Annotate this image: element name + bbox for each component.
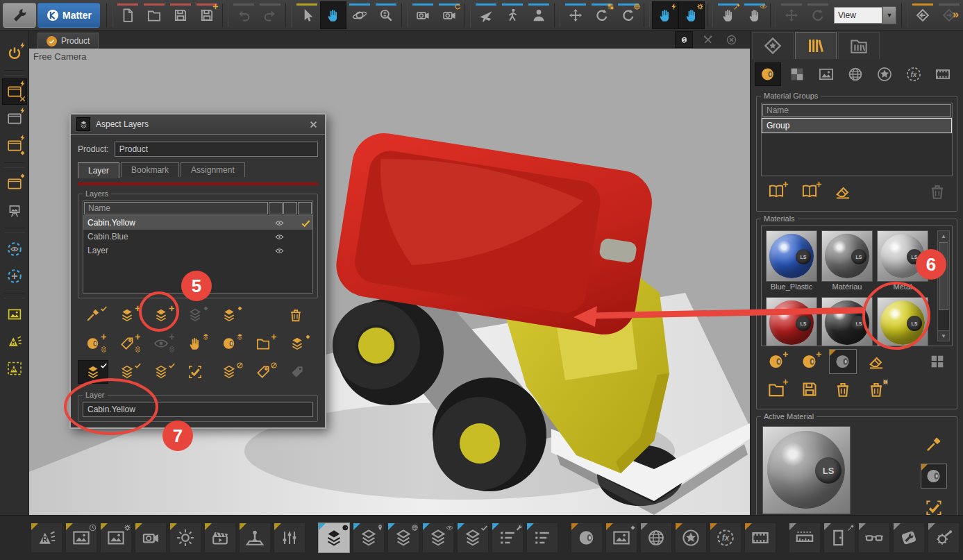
frame-selection-button[interactable]	[2, 171, 27, 197]
render-image-button[interactable]	[2, 328, 27, 355]
viewport-tools-button[interactable]	[698, 31, 717, 48]
visibility-layers-button[interactable]	[422, 523, 454, 553]
layer-row[interactable]: Cabin.Yellow	[83, 216, 312, 230]
add-view-button[interactable]	[2, 263, 27, 289]
materials-category-button[interactable]	[755, 62, 781, 86]
validation-layers-button[interactable]	[457, 523, 489, 553]
filmstrips-category-button[interactable]	[930, 62, 956, 86]
link-views-button[interactable]	[675, 31, 693, 48]
textures-category-button[interactable]	[784, 62, 810, 86]
new-layer-above-button[interactable]	[112, 303, 142, 327]
dialog-titlebar[interactable]: Aspect Layers	[71, 114, 325, 135]
render-region-button[interactable]	[2, 355, 27, 382]
hand-visibility-button[interactable]	[742, 1, 768, 29]
delete-layer-button[interactable]	[280, 303, 311, 327]
add-interaction-layer-button[interactable]	[180, 332, 210, 355]
active-material-thumbnail[interactable]: LS	[762, 426, 851, 514]
task-list-button[interactable]	[526, 523, 558, 553]
add-sphere-layer-button[interactable]	[214, 332, 244, 355]
groups-name-header[interactable]: Name	[762, 104, 951, 117]
merge-layers-button[interactable]	[180, 303, 210, 327]
image-processing-button[interactable]	[100, 523, 132, 553]
dialog-tab-bookmark[interactable]: Bookmark	[121, 162, 179, 177]
presentation-button[interactable]	[2, 198, 27, 224]
avatar-mode-button[interactable]	[526, 1, 552, 29]
apply-layer-alt-button[interactable]	[112, 360, 142, 384]
select-tool-button[interactable]	[294, 1, 320, 29]
add-visibility-layer-button[interactable]	[146, 332, 176, 355]
material-item[interactable]: LS	[766, 297, 817, 346]
active-column-header[interactable]	[298, 202, 312, 214]
apply-layer-button[interactable]	[78, 360, 108, 384]
layer-active-cell[interactable]	[299, 218, 312, 228]
aspect-layers-button[interactable]	[318, 523, 350, 553]
toolbar-overflow-chevron[interactable]: »	[953, 8, 959, 21]
new-file-button[interactable]	[115, 1, 141, 29]
preferences-button[interactable]	[893, 523, 925, 553]
redo-button[interactable]	[257, 1, 283, 29]
add-group-button[interactable]	[762, 179, 790, 204]
render-window-button[interactable]	[2, 105, 27, 132]
isolate-view-button[interactable]	[2, 236, 27, 262]
pick-material-button[interactable]	[921, 432, 947, 457]
scroll-down-arrow[interactable]: ▼	[938, 330, 949, 341]
effects-editor-button[interactable]	[675, 523, 707, 553]
environment-editor-button[interactable]	[640, 523, 672, 553]
visibility-column-header[interactable]	[269, 202, 283, 214]
move-object-button[interactable]	[778, 1, 805, 29]
thumbnail-view-button[interactable]	[923, 349, 951, 374]
navigation-settings-button[interactable]	[239, 523, 271, 553]
zoom-tool-button[interactable]	[373, 1, 399, 29]
environments-category-button[interactable]	[842, 62, 869, 86]
system-settings-button[interactable]	[928, 523, 960, 553]
hand-transform-button[interactable]	[652, 1, 678, 29]
pan-view-button[interactable]	[562, 1, 589, 29]
lock-column-header[interactable]	[283, 202, 297, 214]
matter-app-button[interactable]: Matter	[37, 3, 100, 28]
layer-row[interactable]: Cabin.Blue	[83, 230, 312, 244]
undo-button[interactable]	[231, 1, 257, 29]
rotate-world-button[interactable]	[615, 1, 642, 29]
close-viewport-button[interactable]	[722, 31, 740, 48]
tab-library[interactable]	[795, 32, 837, 59]
effects-category-button[interactable]	[871, 62, 898, 86]
video-capture-button[interactable]	[135, 523, 167, 553]
view-dropdown[interactable]: View ▼	[834, 6, 896, 24]
material-thumbnail[interactable]: LS	[766, 230, 817, 282]
material-item-metal[interactable]: LSMetal	[877, 230, 928, 293]
unlink-layers-button[interactable]	[214, 360, 244, 384]
hand-paint-button[interactable]	[715, 1, 742, 29]
view-back-button[interactable]	[910, 1, 936, 29]
rename-material-button[interactable]	[862, 349, 890, 374]
scrollbar-thumb[interactable]	[939, 242, 948, 310]
add-folder-button[interactable]	[248, 332, 278, 355]
layer-name-input[interactable]: Cabin.Yellow	[83, 402, 313, 417]
layer-visibility-cell[interactable]	[273, 219, 286, 228]
group-layers-button[interactable]	[214, 303, 244, 327]
tab-folder-library[interactable]	[838, 32, 880, 59]
settings-launcher-button[interactable]	[3, 3, 36, 28]
new-material-button[interactable]	[762, 349, 790, 374]
rotate-object-button[interactable]	[805, 1, 831, 29]
tab-scene-badge[interactable]	[752, 32, 794, 59]
layers-list[interactable]: Name Cabin.YellowCabin.BlueLayer	[83, 201, 313, 294]
new-layer-button[interactable]	[146, 303, 176, 327]
display-settings-button[interactable]	[169, 523, 201, 553]
add-subgroup-button[interactable]	[796, 179, 823, 204]
hand-gear-button[interactable]	[678, 1, 705, 29]
delete-group-button[interactable]	[923, 179, 951, 204]
delete-material-button[interactable]	[829, 377, 857, 402]
select-check-button[interactable]	[180, 360, 210, 384]
material-thumbnail[interactable]: LS	[766, 297, 817, 346]
material-group-row[interactable]: Group	[762, 118, 952, 133]
layer-row[interactable]: Layer	[83, 244, 312, 257]
name-column-header[interactable]: Name	[84, 202, 268, 214]
material-item-matériau[interactable]: LSMatériau	[821, 230, 873, 293]
dialog-close-button[interactable]	[307, 118, 319, 130]
stereo-3d-button[interactable]	[858, 523, 890, 553]
layer-visibility-cell[interactable]	[273, 232, 286, 241]
unlink-tag-button[interactable]	[248, 360, 278, 384]
truck-front-wheel[interactable]	[433, 377, 546, 491]
geometry-layers-button[interactable]	[387, 523, 419, 553]
material-groups-list[interactable]: Name Group	[761, 103, 953, 176]
